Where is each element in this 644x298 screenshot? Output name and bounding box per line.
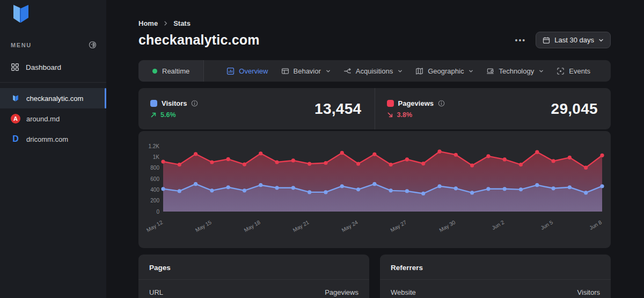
main-content: Home Stats checkanalytic.com ••• Last 30… <box>106 0 644 298</box>
events-target-icon <box>557 67 565 75</box>
info-icon[interactable] <box>191 100 198 107</box>
tab-geographic[interactable]: Geographic <box>415 67 473 75</box>
pageviews-stat-card[interactable]: Pageviews 3.8% 29,045 <box>375 88 611 129</box>
svg-text:200: 200 <box>150 198 159 203</box>
svg-text:May 27: May 27 <box>390 219 408 233</box>
svg-text:May 21: May 21 <box>292 219 310 233</box>
pages-table-header: URL Pageviews <box>138 280 369 298</box>
sidebar-site-checkanalytic[interactable]: checkanalytic.com <box>0 88 106 108</box>
date-range-label: Last 30 days <box>554 36 594 44</box>
svg-text:800: 800 <box>150 165 159 171</box>
sidebar-item-label: Dashboard <box>26 63 61 71</box>
app-logo[interactable] <box>0 0 106 28</box>
breadcrumb-current: Stats <box>173 19 191 27</box>
stats-tabbar: Realtime Overview Beh <box>138 60 611 82</box>
column-url[interactable]: URL <box>149 288 163 296</box>
calendar-icon <box>543 37 550 44</box>
checkanalytic-logo-icon <box>11 93 20 103</box>
more-options-button[interactable]: ••• <box>515 36 526 45</box>
around-logo-icon: A <box>11 114 20 123</box>
svg-text:May 18: May 18 <box>243 219 261 233</box>
realtime-status-dot <box>152 69 157 74</box>
traffic-chart-card: 02004006008001K1.2KMay 12May 15May 18May… <box>138 131 611 248</box>
visitors-change: 5.6% <box>160 111 176 119</box>
svg-text:400: 400 <box>150 187 159 193</box>
referrers-card: Referrers Website Visitors <box>380 255 611 298</box>
tab-label: Behavior <box>294 67 321 75</box>
visitors-label: Visitors <box>162 99 187 107</box>
breadcrumb-home[interactable]: Home <box>138 19 158 27</box>
svg-text:1K: 1K <box>153 154 160 160</box>
tab-events[interactable]: Events <box>557 67 590 75</box>
tab-label: Realtime <box>162 67 189 75</box>
date-range-button[interactable]: Last 30 days <box>536 32 611 48</box>
pageviews-label: Pageviews <box>398 99 434 107</box>
info-icon[interactable] <box>438 100 445 107</box>
geographic-map-icon <box>415 67 423 75</box>
svg-text:Jun 8: Jun 8 <box>588 219 603 231</box>
pageviews-value: 29,045 <box>551 100 598 118</box>
tab-label: Overview <box>239 67 268 75</box>
tab-realtime[interactable]: Realtime <box>138 60 204 82</box>
column-visitors[interactable]: Visitors <box>577 288 600 296</box>
svg-text:May 15: May 15 <box>194 219 213 233</box>
column-website[interactable]: Website <box>391 288 416 296</box>
chevron-down-icon <box>539 69 544 74</box>
theme-toggle-icon[interactable] <box>89 41 97 49</box>
tab-label: Technology <box>499 67 534 75</box>
detail-tables: Pages URL Pageviews Referrers Website Vi… <box>138 255 611 298</box>
breadcrumb: Home Stats <box>138 0 611 27</box>
acquisitions-split-icon <box>343 67 352 75</box>
visitors-color-swatch <box>150 100 157 107</box>
chevron-right-icon <box>163 21 168 26</box>
overview-chart-icon <box>226 67 235 75</box>
tab-technology[interactable]: Technology <box>486 67 544 75</box>
site-label: around.md <box>26 115 60 123</box>
chevron-down-icon <box>469 69 473 74</box>
svg-text:600: 600 <box>150 176 159 182</box>
tab-label: Events <box>569 67 590 75</box>
visitors-stat-card[interactable]: Visitors 5.6% 13,454 <box>138 88 375 129</box>
svg-text:Jun 2: Jun 2 <box>491 219 506 231</box>
tab-overview[interactable]: Overview <box>226 67 268 75</box>
chevron-down-icon <box>326 69 331 74</box>
chevron-down-icon <box>398 69 402 74</box>
svg-text:May 24: May 24 <box>341 219 359 233</box>
site-label: dricomm.com <box>26 135 68 143</box>
page-title: checkanalytic.com <box>138 32 260 48</box>
technology-devices-icon <box>486 67 494 75</box>
column-pageviews[interactable]: Pageviews <box>325 288 358 296</box>
referrers-card-title: Referrers <box>391 264 423 272</box>
svg-text:0: 0 <box>156 209 159 215</box>
referrers-table-header: Website Visitors <box>380 280 611 298</box>
svg-text:1.2K: 1.2K <box>148 143 159 149</box>
app-logo-icon <box>9 3 33 26</box>
menu-section-label: MENU <box>11 42 32 48</box>
svg-text:May 12: May 12 <box>145 219 164 233</box>
sidebar: MENU Dashboard checka <box>0 0 106 298</box>
pageviews-color-swatch <box>387 100 394 107</box>
stats-summary: Visitors 5.6% 13,454 <box>138 88 611 129</box>
traffic-chart[interactable]: 02004006008001K1.2KMay 12May 15May 18May… <box>138 131 611 248</box>
sidebar-site-dricomm[interactable]: D dricomm.com <box>0 129 106 149</box>
chevron-down-icon <box>598 38 604 43</box>
behavior-window-icon <box>281 67 289 75</box>
pages-card: Pages URL Pageviews <box>138 255 369 298</box>
tab-behavior[interactable]: Behavior <box>281 67 331 75</box>
tab-label: Geographic <box>428 67 464 75</box>
pageviews-change: 3.8% <box>397 111 413 119</box>
trend-down-icon <box>387 112 393 118</box>
dricomm-logo-icon: D <box>11 134 20 144</box>
trend-up-icon <box>150 112 157 118</box>
svg-text:Jun 5: Jun 5 <box>539 219 554 231</box>
tab-acquisitions[interactable]: Acquisitions <box>343 67 402 75</box>
visitors-value: 13,454 <box>314 100 361 118</box>
svg-text:May 30: May 30 <box>438 219 456 233</box>
sidebar-item-dashboard[interactable]: Dashboard <box>0 56 106 78</box>
sidebar-site-around[interactable]: A around.md <box>0 108 106 129</box>
tab-label: Acquisitions <box>356 67 393 75</box>
dashboard-grid-icon <box>11 63 19 71</box>
sidebar-divider <box>0 82 106 83</box>
site-label: checkanalytic.com <box>26 95 83 103</box>
pages-card-title: Pages <box>149 264 171 272</box>
